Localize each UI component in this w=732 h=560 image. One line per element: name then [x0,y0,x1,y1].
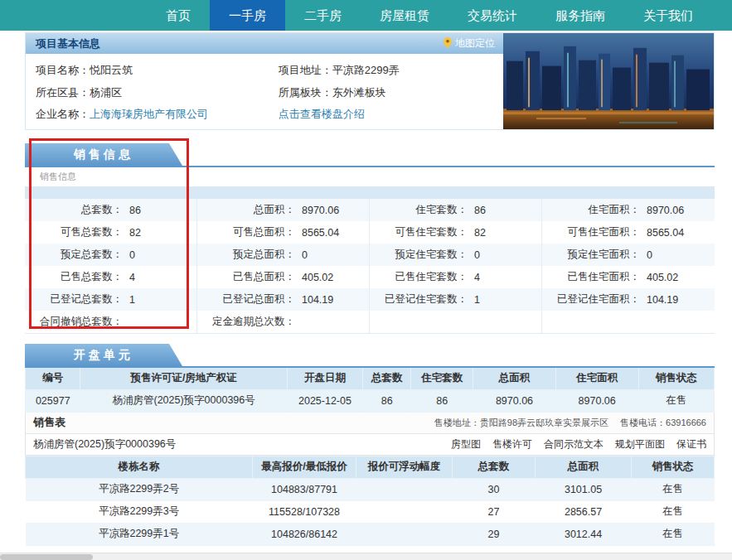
nav-item-statistics[interactable]: 交易统计 [448,0,536,31]
stat-sellable-area: 可售总面积：8565.04 [197,221,370,244]
unit-res-total: 86 [411,389,473,412]
project-info-section: 项目基本信息 地图定位 项目名称：悦阳云筑 所在区县：杨浦区 企业名称：上海海瑧… [25,32,715,130]
buildings-table: 楼栋名称 最高报价/最低报价 报价可浮动幅度 总套数 总面积 销售状态 平凉路2… [25,456,715,546]
nav-item-new-homes[interactable]: 一手房 [210,0,285,31]
status-badge: 在售 [638,389,714,412]
stat-res-units: 住宅套数：86 [370,199,542,221]
column-header: 总套数 [363,367,411,389]
column-header: 总面积 [535,456,631,478]
table-row[interactable]: 平凉路2299弄1号 104826/86142 29 3012.44 在售 [26,523,715,545]
stat-total-units: 总套数：86 [25,199,197,221]
stat-registered-area: 已登记总面积：104.19 [197,288,370,311]
stats-row: 可售总套数：82 可售总面积：8565.04 可售住宅套数：82 可售住宅面积：… [25,221,715,244]
nav-item-home[interactable]: 首页 [147,0,210,31]
table-header-row: 楼栋名称 最高报价/最低报价 报价可浮动幅度 总套数 总面积 销售状态 [26,456,715,478]
developer-link[interactable]: 上海海瑧房地产有限公司 [90,108,208,120]
stat-sold-area: 已售总面积：405.02 [197,266,370,288]
opening-units-section: 开盘单元 编号 预售许可证/房地产权证 开盘日期 总套数 住宅套数 总面积 住宅… [25,344,715,546]
column-header: 住宅套数 [411,367,473,389]
district-field: 所在区县：杨浦区 [36,84,279,102]
site-plan-link[interactable]: 规划平面图 [615,437,665,451]
building-float [356,478,452,500]
building-units: 27 [453,500,536,523]
column-header: 销售状态 [632,456,715,478]
table-row[interactable]: 025977 杨浦房管(2025)预字0000396号 2025-12-05 8… [26,389,715,412]
stat-total-area: 总面积：8970.06 [197,199,370,221]
floorplan-link[interactable]: 房型图 [451,437,481,451]
stat-res-area: 住宅面积：8970.06 [542,199,715,221]
stat-empty-cell [542,311,715,333]
stats-row: 合同撤销总套数： 定金逾期总次数： [25,311,715,333]
permit-bar: 杨浦房管(2025)预字0000396号 房型图 售楼许可 合同示范文本 规划平… [25,434,715,456]
tab-sales-info[interactable]: 销售信息 [25,143,182,166]
stat-sellable-res-area: 可售住宅面积：8565.04 [542,221,715,244]
stats-row: 预定总套数：0 预定总面积：0 预定住宅套数：0 预定住宅面积：0 [25,244,715,266]
status-badge: 在售 [632,523,715,545]
building-float [356,523,452,545]
unit-area: 8970.06 [473,389,556,412]
stat-registered-units: 已登记总套数：1 [25,288,197,311]
column-header: 最高报价/最低报价 [253,456,356,478]
stats-header-strip [25,186,715,199]
building-name: 平凉路2299弄2号 [26,478,253,500]
page: 首页 一手房 二手房 房屋租赁 交易统计 服务指南 关于我们 项目基本信息 地图… [0,0,732,560]
sales-table-title: 销售表 [33,415,65,430]
unit-res-area: 8970.06 [555,389,638,412]
stat-sold-res-area: 已售住宅面积：405.02 [542,266,715,288]
view-introduction-link-row: 点击查看楼盘介绍 [279,105,503,123]
stat-reserved-area: 预定总面积：0 [197,244,370,266]
developer-field: 企业名称：上海海瑧房地产有限公司 [36,105,279,123]
building-units: 29 [453,523,536,545]
table-row[interactable]: 平凉路2299弄3号 115528/107328 27 2856.57 在售 [26,500,715,523]
contract-template-link[interactable]: 合同示范文本 [544,437,604,451]
opening-units-table: 编号 预售许可证/房地产权证 开盘日期 总套数 住宅套数 总面积 住宅面积 销售… [25,366,715,413]
building-area: 3101.05 [535,478,631,500]
sales-info-section: 销售信息 销售信息 总套数：86 总面积：8970.06 住宅套数：86 住宅面… [25,143,715,334]
building-name: 平凉路2299弄3号 [26,500,253,523]
stat-registered-res-area: 已登记住宅面积：104.19 [542,288,715,311]
nav-item-guide[interactable]: 服务指南 [536,0,624,31]
status-badge: 在售 [632,500,715,523]
table-header-row: 编号 预售许可证/房地产权证 开盘日期 总套数 住宅套数 总面积 住宅面积 销售… [26,367,715,389]
unit-code: 025977 [26,389,80,412]
column-header: 住宅面积 [555,367,638,389]
building-float [356,500,452,523]
stats-row: 总套数：86 总面积：8970.06 住宅套数：86 住宅面积：8970.06 [25,199,715,221]
sales-office-address: 售楼地址：贵阳路98弄云邸玖章实景展示区 [434,417,608,429]
unit-date: 2025-12-05 [287,389,362,412]
sales-table-bar: 销售表 售楼地址：贵阳路98弄云邸玖章实景展示区 售楼电话：63916666 [25,413,715,434]
stat-empty-cell [370,311,542,333]
column-header: 总面积 [473,367,556,389]
map-locate-label: 地图定位 [455,36,495,51]
stat-deposit-overdue: 定金逾期总次数： [197,311,370,333]
building-units: 30 [453,478,536,500]
stat-sellable-units: 可售总套数：82 [25,221,197,244]
sales-permit-link[interactable]: 售楼许可 [492,437,532,451]
view-introduction-link[interactable]: 点击查看楼盘介绍 [279,108,365,120]
stat-sold-units: 已售总套数：4 [25,266,197,288]
stat-sellable-res-units: 可售住宅套数：82 [370,221,542,244]
stat-reserved-res-area: 预定住宅面积：0 [542,244,715,266]
stat-reserved-res-units: 预定住宅套数：0 [370,244,542,266]
column-header: 编号 [26,367,80,389]
stat-cancelled-units: 合同撤销总套数： [25,311,197,333]
project-photo [503,33,714,129]
sales-office-phone: 售楼电话：63916666 [620,417,706,429]
scrollbar-thumb[interactable] [0,554,93,560]
horizontal-scrollbar[interactable] [0,553,732,560]
block-field: 所属板块：东外滩板块 [279,84,503,102]
section-title: 项目基本信息 [36,36,100,51]
permit-number: 杨浦房管(2025)预字0000396号 [33,437,176,451]
status-badge: 在售 [632,478,715,500]
building-price: 104883/87791 [253,478,356,500]
tab-opening-units[interactable]: 开盘单元 [25,344,182,366]
nav-item-rental[interactable]: 房屋租赁 [361,0,448,31]
map-locate-link[interactable]: 地图定位 [444,36,495,51]
nav-item-about[interactable]: 关于我们 [624,0,712,31]
column-header: 预售许可证/房地产权证 [80,367,287,389]
stat-registered-res-units: 已登记住宅套数：1 [370,288,542,311]
table-row[interactable]: 平凉路2299弄2号 104883/87791 30 3101.05 在售 [26,478,715,500]
unit-permit: 杨浦房管(2025)预字0000396号 [80,389,287,412]
nav-item-secondhand[interactable]: 二手房 [285,0,361,31]
guarantee-link[interactable]: 保证书 [676,437,706,451]
